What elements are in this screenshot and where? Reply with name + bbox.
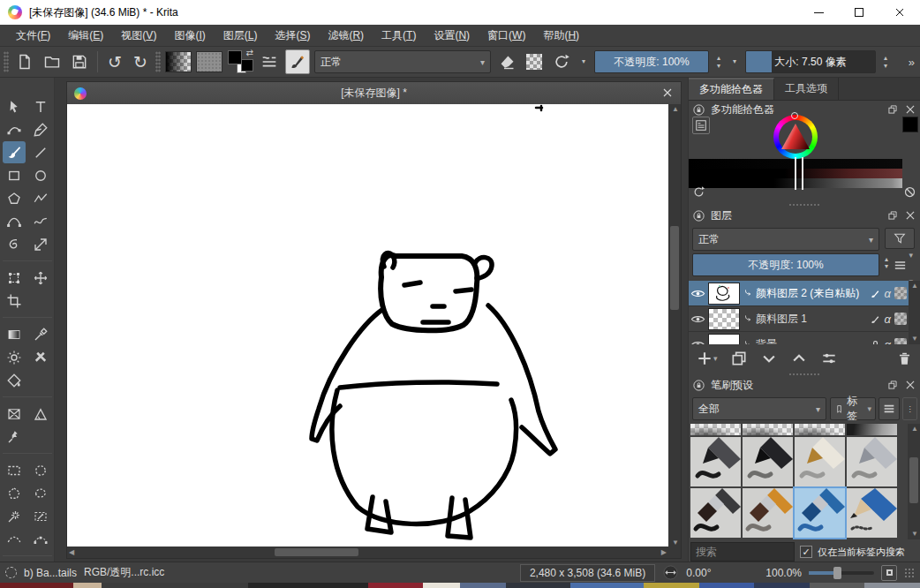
smart-patch-tool[interactable] xyxy=(29,346,52,368)
brush-scroll-thumb[interactable] xyxy=(909,457,918,503)
eraser-mode-button[interactable] xyxy=(495,50,518,73)
crop-tool[interactable] xyxy=(3,290,26,312)
minimize-button[interactable] xyxy=(798,0,839,25)
foreground-background-colors[interactable]: ⇄ xyxy=(227,49,253,74)
layer-list-scrollbar[interactable]: ▲ ▼ xyxy=(909,281,920,344)
menu-item-window[interactable]: 窗口(W) xyxy=(479,25,534,47)
docker-lock-icon[interactable] xyxy=(692,379,705,392)
multibrush-tool[interactable] xyxy=(29,233,52,255)
pointer-tool[interactable] xyxy=(3,95,26,117)
brush-preset-eraser[interactable] xyxy=(743,424,793,435)
menu-item-settings[interactable]: 设置(N) xyxy=(425,25,479,47)
close-docker-icon[interactable] xyxy=(904,209,916,222)
calligraphy-tool[interactable] xyxy=(29,118,52,140)
brush-view-options-button[interactable] xyxy=(879,397,900,420)
current-color-swatch[interactable] xyxy=(902,117,918,132)
layer-visibility-eye-icon[interactable] xyxy=(690,337,705,345)
reload-dropdown-arrow[interactable]: ▾ xyxy=(577,58,590,64)
toolbar-grip[interactable] xyxy=(4,51,9,72)
hue-marker[interactable] xyxy=(791,112,798,119)
save-button[interactable] xyxy=(68,50,91,73)
ellipse-tool[interactable] xyxy=(29,164,52,186)
brush-preset-pen[interactable] xyxy=(690,437,741,486)
polyline-tool[interactable] xyxy=(29,187,52,209)
close-docker-icon[interactable] xyxy=(904,103,916,116)
bezier-select-tool[interactable] xyxy=(3,528,26,550)
toolbar-overflow-button[interactable]: » xyxy=(909,56,916,69)
color-wheel[interactable] xyxy=(773,115,818,159)
scroll-left-icon[interactable]: ◀ xyxy=(69,549,74,556)
move-layer-up-button[interactable] xyxy=(790,350,808,367)
scroll-up-icon[interactable]: ▲ xyxy=(672,106,679,113)
menu-item-select[interactable]: 选择(S) xyxy=(266,25,319,47)
layer-name[interactable]: 颜料图层 1 xyxy=(756,312,867,327)
layer-row[interactable]: 颜料图层 1α xyxy=(689,306,909,332)
layer-brush-lock-icon[interactable] xyxy=(870,313,881,325)
alpha-channel-icon[interactable] xyxy=(894,313,907,325)
toolbar-grip[interactable] xyxy=(155,51,161,72)
bezier-curve-tool[interactable] xyxy=(3,210,26,232)
polygon-select-tool[interactable] xyxy=(3,482,26,504)
add-layer-dropdown-arrow[interactable]: ▾ xyxy=(713,354,718,363)
layer-visibility-eye-icon[interactable] xyxy=(690,312,705,327)
brush-preset-eraser[interactable] xyxy=(795,424,845,435)
reference-images-tool[interactable] xyxy=(3,426,26,448)
menu-item-edit[interactable]: 编辑(E) xyxy=(59,25,112,47)
rectangle-tool[interactable] xyxy=(3,164,26,186)
canvas[interactable] xyxy=(67,104,670,548)
edit-brush-settings-button[interactable] xyxy=(285,49,310,74)
measure-tool[interactable] xyxy=(29,403,52,425)
window-resize-grip[interactable] xyxy=(904,568,915,578)
opacity-slider[interactable]: 不透明度: 100% xyxy=(594,50,709,73)
ellipse-select-tool[interactable] xyxy=(29,459,52,481)
color-sampler-tool[interactable] xyxy=(29,323,52,345)
shade-marker[interactable] xyxy=(795,157,803,190)
brush-display-mode-button[interactable]: ⋮ xyxy=(902,397,917,420)
layer-lock-icon[interactable] xyxy=(870,339,881,345)
scroll-right-icon[interactable]: ▶ xyxy=(661,549,667,556)
brush-filter-combobox[interactable]: 全部 ▾ xyxy=(692,397,826,420)
alpha-channel-icon[interactable] xyxy=(894,338,907,344)
gradient-chooser-swatch[interactable] xyxy=(165,51,192,72)
menu-item-image[interactable]: 图像(I) xyxy=(165,25,214,47)
brush-preset-pen[interactable] xyxy=(795,437,845,486)
menu-item-view[interactable]: 视图(V) xyxy=(112,25,165,47)
gradient-tool[interactable] xyxy=(3,323,26,345)
zoom-display-button[interactable] xyxy=(881,565,897,581)
freehand-select-tool[interactable] xyxy=(29,482,52,504)
brush-size-slider[interactable]: 大小: 7.50 像素 xyxy=(745,50,876,73)
refresh-color-history-button[interactable] xyxy=(692,185,705,199)
layer-name[interactable]: 颜料图层 2 (来自粘贴) xyxy=(756,286,867,301)
color-selector-settings-button[interactable] xyxy=(692,117,710,134)
rect-select-tool[interactable] xyxy=(3,459,26,481)
reload-preset-button[interactable] xyxy=(550,50,573,73)
brush-preset-brush[interactable] xyxy=(795,488,845,538)
brush-preset-pen[interactable] xyxy=(847,437,897,486)
menu-item-file[interactable]: 文件(F) xyxy=(7,25,59,47)
docker-lock-icon[interactable] xyxy=(692,209,705,222)
brush-search-input[interactable] xyxy=(690,542,795,562)
menu-item-layer[interactable]: 图层(L) xyxy=(215,25,267,47)
layer-thumbnail[interactable] xyxy=(708,334,740,345)
layer-filter-button[interactable] xyxy=(885,228,915,249)
close-docker-icon[interactable] xyxy=(904,379,916,391)
brush-preset-history-button[interactable] xyxy=(258,50,281,73)
alpha-lock-icon[interactable]: α xyxy=(885,338,891,345)
float-docker-icon[interactable] xyxy=(886,209,899,222)
preserve-alpha-button[interactable] xyxy=(523,50,546,73)
zoom-slider-thumb[interactable] xyxy=(833,567,841,579)
maximize-button[interactable] xyxy=(839,0,879,25)
scroll-down-icon[interactable]: ▼ xyxy=(911,531,918,538)
alpha-channel-icon[interactable] xyxy=(894,287,907,299)
brush-preset-brush[interactable] xyxy=(743,488,793,538)
alpha-lock-icon[interactable]: α xyxy=(885,287,891,300)
no-color-button[interactable] xyxy=(903,185,916,199)
tag-button[interactable]: 标签 ▾ xyxy=(830,397,876,420)
scroll-up-icon[interactable]: ▲ xyxy=(911,426,918,433)
layer-thumbnail[interactable] xyxy=(708,308,740,330)
line-tool[interactable] xyxy=(29,141,52,163)
layer-row[interactable]: 颜料图层 2 (来自粘贴)α xyxy=(689,281,909,306)
layer-thumbnail[interactable] xyxy=(708,283,740,305)
scroll-down-icon[interactable]: ▼ xyxy=(911,335,918,343)
swap-colors-icon[interactable]: ⇄ xyxy=(246,48,253,57)
